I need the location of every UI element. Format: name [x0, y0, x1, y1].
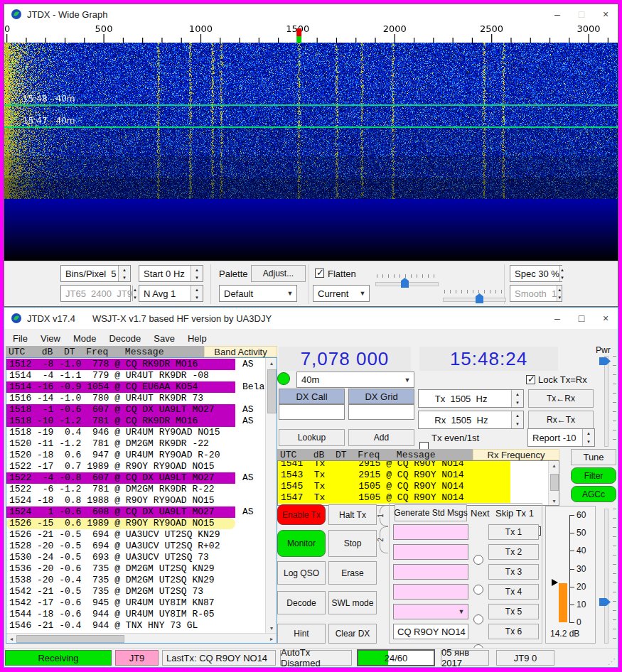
band-select[interactable]: 40m ▼ [296, 372, 414, 388]
monitor-button[interactable]: Monitor [277, 530, 326, 557]
stop-button[interactable]: Stop [328, 530, 377, 557]
tx2-button[interactable]: Tx 2 [488, 544, 539, 560]
scroll-right-icon[interactable]: ▸ [268, 634, 275, 644]
log-qso-button[interactable]: Log QSO [277, 561, 326, 585]
scroll-left-icon[interactable]: ◂ [8, 634, 15, 644]
dx-grid-field[interactable] [348, 404, 414, 420]
output-level-slider[interactable] [599, 507, 617, 644]
band-activity-row[interactable]: 1518 -1 -0.6 607 @ CQ DX UA9LT MO27AS [6, 404, 264, 416]
menu-save[interactable]: Save [147, 330, 181, 347]
tx-from-rx-button[interactable]: Tx←Rx [528, 389, 594, 408]
band-activity-row[interactable]: 1514 -4 -1.1 779 @ UR4UT RK9DR -08 [6, 370, 264, 381]
scroll-down-icon[interactable]: ▾ [549, 497, 559, 504]
wide-graph-titlebar[interactable]: JTDX - Wide Graph – □ × [4, 4, 618, 25]
lookup-button[interactable]: Lookup [279, 429, 345, 446]
add-button[interactable]: Add [348, 429, 414, 446]
band-activity-row[interactable]: 1542 -17 -0.6 945 @ UR4UM UY8IM KN87 [6, 597, 264, 609]
rx-frequency-scrollbar[interactable]: ▴ ▾ [548, 461, 559, 505]
menu-view[interactable]: View [34, 330, 67, 347]
tx4-button[interactable]: Tx 4 [488, 584, 539, 600]
tx2-message-field[interactable] [393, 544, 468, 560]
maximize-icon[interactable]: □ [569, 4, 594, 24]
decode-button[interactable]: Decode [277, 591, 326, 614]
tx1-message-field[interactable] [393, 524, 468, 540]
band-activity-table[interactable]: 1512 -8 -1.0 778 @ CQ RK9DR MO16AS1514 -… [6, 357, 277, 644]
tx4-message-field[interactable] [393, 584, 468, 600]
band-activity-row[interactable]: 1522 -4 -0.8 607 @ CQ DX UA9LT MO27AS [6, 472, 264, 484]
band-activity-row[interactable]: 1546 -21 -0.4 944 @ TNX HNY 73 GL [6, 620, 264, 632]
band-activity-row[interactable]: 1526 -15 0.6 1989 @ R9OY RY9OAD NO15 [6, 518, 264, 529]
tx3-button[interactable]: Tx 3 [488, 564, 539, 580]
palette-select[interactable]: Default ▼ [219, 285, 297, 302]
dx-call-field[interactable] [279, 404, 345, 420]
spectrum-gain-slider[interactable] [443, 289, 506, 305]
menu-help[interactable]: Help [181, 330, 213, 347]
menu-file[interactable]: File [6, 330, 34, 347]
band-activity-row[interactable]: 1518 -19 0.4 946 @ UR4UM RY9OAD NO15 [6, 427, 264, 438]
band-activity-vscrollbar[interactable]: ▴ ▾ [265, 358, 277, 633]
band-activity-row[interactable]: 1536 -20 -0.6 735 @ DM2GM UT2SQ KN29 [6, 563, 264, 575]
rx-frequency-row[interactable]: 1543 Tx 2915 @ CQ R9OY NO14 [278, 470, 548, 481]
hint-button[interactable]: Hint [277, 624, 326, 644]
rx-frequency-rows[interactable]: 1541 Tx 2915 @ CQ R9OY NO141543 Tx 2915 … [278, 461, 548, 505]
spectrum-canvas[interactable] [4, 199, 618, 261]
tx-freq-spinner[interactable]: Tx 1505 Hz ▲▼ [418, 389, 524, 408]
generate-std-msgs-button[interactable]: Generate Std Msgs [395, 504, 467, 521]
band-activity-row[interactable]: 1544 -18 -0.6 944 @ UR4UM UY8IM R-05 [6, 609, 264, 620]
tx1-button[interactable]: Tx 1 [488, 524, 539, 540]
rx-from-tx-button[interactable]: Rx←Tx [528, 411, 594, 429]
close-icon[interactable]: × [594, 4, 618, 24]
waterfall-canvas[interactable] [4, 43, 618, 199]
band-activity-row[interactable]: 1524 -18 0.8 1988 @ R9OY RY9OAD NO15 [6, 495, 264, 506]
rx-frequency-row[interactable]: 1541 Tx 2915 @ CQ R9OY NO14 [278, 461, 548, 470]
spec-percent-spinner[interactable]: Spec 30 % ▲▼ [510, 265, 562, 282]
n-avg-spinner[interactable]: N Avg 1 ▲▼ [139, 285, 203, 302]
halt-tx-button[interactable]: Halt Tx [328, 504, 377, 525]
band-activity-row[interactable]: 1522 -6 -1.2 781 @ DM2GM RK9DR R-22 [6, 484, 264, 495]
erase-button[interactable]: Erase [328, 561, 377, 585]
enable-tx-button[interactable]: Enable Tx [277, 504, 326, 525]
scroll-up-icon[interactable]: ▴ [266, 359, 277, 367]
tx5-button[interactable]: Tx 5 [488, 604, 539, 619]
frequency-ruler[interactable] [4, 24, 618, 43]
rx-frequency-table[interactable]: 1541 Tx 2915 @ CQ R9OY NO141543 Tx 2915 … [277, 460, 559, 506]
band-activity-row[interactable]: 1518 -10 -1.2 781 @ CQ RK9DR MO16AS [6, 416, 264, 427]
menu-decode[interactable]: Decode [102, 330, 147, 347]
palette-adjust-button[interactable]: Adjust... [251, 265, 306, 282]
lock-txrx-checkbox[interactable] [526, 375, 535, 384]
band-activity-row[interactable]: 1528 -20 -0.5 694 @ UA3UCV UT2SQ R+02 [6, 541, 264, 552]
start-hz-spinner[interactable]: Start 0 Hz ▲▼ [139, 265, 203, 282]
band-activity-row[interactable]: 1516 -14 -1.0 780 @ UR4UT RK9DR 73 [6, 393, 264, 404]
band-activity-row[interactable]: 1520 -11 -1.2 781 @ DM2GM RK9DR -22 [6, 438, 264, 450]
minimize-icon[interactable]: – [545, 308, 569, 329]
waterfall-gain-slider[interactable] [375, 273, 439, 289]
band-activity-rows[interactable]: 1512 -8 -1.0 778 @ CQ RK9DR MO16AS1514 -… [6, 359, 264, 633]
clear-dx-button[interactable]: Clear DX [328, 624, 377, 644]
tx3-radio[interactable] [473, 614, 483, 624]
tx6-message-field[interactable]: CQ R9OY NO14 [393, 624, 468, 639]
band-activity-row[interactable]: 1512 -8 -1.0 778 @ CQ RK9DR MO16AS [6, 359, 264, 370]
band-activity-row[interactable]: 1542 -21 -0.5 735 @ DM2GM UT2SQ 73 [6, 586, 264, 597]
menu-mode[interactable]: Mode [67, 330, 103, 347]
tx5-message-select[interactable]: ▼ [393, 604, 468, 619]
band-activity-row[interactable]: 1524 1 -0.6 608 @ CQ DX UA9LT MO27AS [6, 506, 264, 518]
agcc-button[interactable]: AGCc [571, 486, 616, 502]
bins-pixel-spinner[interactable]: Bins/Pixel 5 ▲▼ [60, 265, 131, 282]
tx1-radio[interactable] [473, 555, 483, 565]
data-source-select[interactable]: Current ▼ [313, 285, 370, 302]
swl-mode-button[interactable]: SWL mode [328, 591, 377, 614]
scroll-down-icon[interactable]: ▾ [266, 624, 277, 632]
band-activity-row[interactable]: 1526 -21 -0.5 694 @ UA3UCV UT2SQ KN29 [6, 529, 264, 541]
band-activity-row[interactable]: 1522 -17 0.7 1989 @ R9OY RY9OAD NO15 [6, 461, 264, 472]
tune-button[interactable]: Tune [571, 449, 616, 465]
scroll-up-icon[interactable]: ▴ [549, 462, 559, 469]
report-spinner[interactable]: Report -10 ▲▼ [527, 428, 595, 447]
tx6-button[interactable]: Tx 6 [488, 624, 539, 639]
minimize-icon[interactable]: – [545, 4, 569, 24]
rx-freq-spinner[interactable]: Rx 1505 Hz ▲▼ [418, 411, 524, 429]
band-activity-row[interactable]: 1514 -16 -0.9 1054 @ CQ EU6AA KO54Bela [6, 381, 264, 393]
filter-button[interactable]: Filter [571, 467, 616, 484]
pwr-slider[interactable] [599, 354, 617, 447]
maximize-icon[interactable]: □ [569, 308, 594, 329]
flatten-checkbox[interactable] [315, 269, 324, 278]
